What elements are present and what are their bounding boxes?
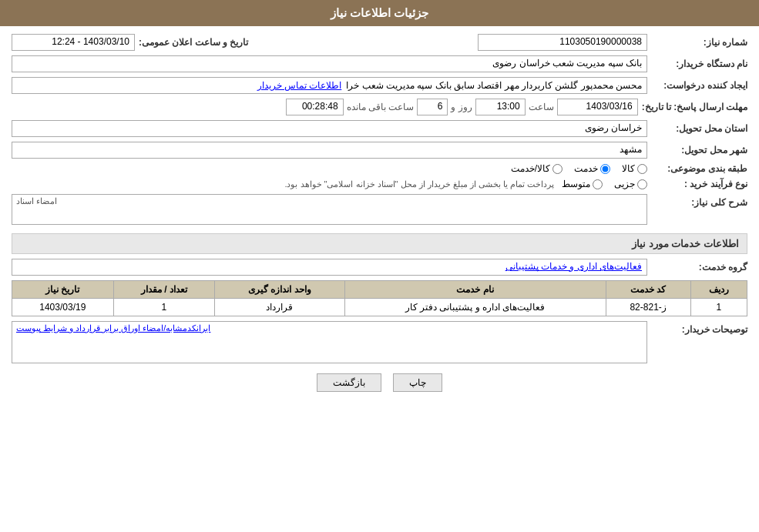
tosif-label: توصیحات خریدار: [647, 321, 747, 335]
chap-button[interactable]: چاپ [393, 373, 442, 392]
radio-motavaset[interactable]: متوسط [562, 179, 603, 189]
cell-vahed: قرارداد [215, 299, 344, 316]
shahr-label: شهر محل تحویل: [647, 145, 747, 156]
farayand-radio-group: جزیی متوسط [562, 179, 647, 189]
mande-label: ساعت باقی مانده [344, 102, 418, 112]
cell-kod: ز-821-82 [606, 299, 690, 316]
col-tedad: تعداد / مقدار [113, 281, 214, 299]
gorooh-value[interactable]: فعالیت‌های اداری و خدمات پشتیبانی [12, 259, 647, 276]
col-tarix: تاریخ نیاز [12, 281, 114, 299]
table-row: 1ز-821-82فعالیت‌های اداره و پشتیبانی دفت… [12, 299, 747, 316]
cell-tarix: 1403/03/19 [12, 299, 114, 316]
radio-khedmat[interactable]: خدمت [574, 163, 610, 174]
tabaqe-label: طبقه بندی موضوعی: [647, 163, 747, 174]
sharh-label: شرح کلی نیاز: [647, 194, 747, 208]
tabaqe-radio-group: کالا خدمت کالا/خدمت [511, 163, 647, 174]
mande-value: 00:28:48 [286, 99, 344, 115]
rooz-label: روز و [448, 102, 475, 112]
ostan-value: خراسان رضوی [12, 120, 647, 137]
rooz-value: 6 [417, 99, 448, 115]
cell-tedad: 1 [113, 299, 214, 316]
ejad-link[interactable]: اطلاعات تماس خریدار [257, 80, 342, 91]
col-name: نام خدمت [344, 281, 606, 299]
service-table: ردیف کد خدمت نام خدمت واحد اندازه گیری ت… [12, 280, 747, 316]
page-header: جزئیات اطلاعات نیاز [0, 0, 759, 26]
date-value: 1403/03/16 [557, 99, 638, 115]
farayand-notice: پرداخت تمام یا بخشی از مبلغ خریدار از مح… [284, 179, 554, 189]
col-radif: ردیف [690, 281, 747, 299]
cell-name: فعالیت‌های اداره و پشتیبانی دفتر کار [344, 299, 606, 316]
saat-value: 13:00 [475, 99, 526, 115]
gorooh-label: گروه خدمت: [647, 262, 747, 273]
nam-dastgah-value: بانک سپه مدیریت شعب خراسان رضوی [12, 55, 647, 72]
ostan-label: استان محل تحویل: [647, 123, 747, 134]
shahr-value: مشهد [12, 142, 647, 159]
col-kod: کد خدمت [606, 281, 690, 299]
nam-dastgah-label: نام دستگاه خریدار: [647, 59, 747, 69]
bazgasht-button[interactable]: بازگشت [317, 373, 381, 392]
shomare-niaz-label: شماره نیاز: [647, 37, 747, 48]
radio-jozi[interactable]: جزیی [614, 179, 647, 189]
esnad-textarea[interactable] [12, 194, 647, 225]
ejad-label: ایجاد کننده درخواست: [647, 80, 747, 91]
page-title: جزئیات اطلاعات نیاز [331, 6, 428, 19]
radio-kala-khedmat[interactable]: کالا/خدمت [511, 163, 563, 174]
radio-kala[interactable]: کالا [622, 163, 647, 174]
tarix-elan-value: 1403/03/10 - 12:24 [12, 34, 135, 51]
col-vahed: واحد اندازه گیری [215, 281, 344, 299]
khadamat-section-title: اطلاعات خدمات مورد نیاز [12, 233, 747, 254]
tarix-elan-label: تاریخ و ساعت اعلان عمومی: [135, 37, 248, 48]
saat-label: ساعت [526, 102, 557, 112]
buttons-row: چاپ بازگشت [12, 373, 747, 392]
ejad-value: محسن محمدپور گلشن کاربردار مهر اقتصاد سا… [12, 77, 647, 94]
mohlat-label: مهلت ارسال پاسخ: تا تاریخ: [638, 102, 747, 112]
farayand-label: نوع فرآیند خرید : [647, 179, 747, 189]
shomare-niaz-value: 1103050190000038 [478, 34, 647, 51]
tosif-textarea[interactable] [12, 321, 647, 363]
cell-radif: 1 [690, 299, 747, 316]
